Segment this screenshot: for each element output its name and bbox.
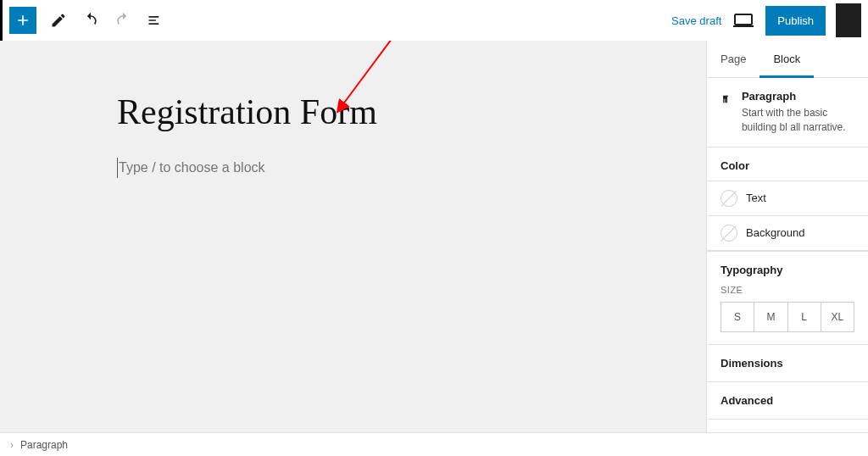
document-overview-button[interactable] xyxy=(140,5,170,36)
color-heading: Color xyxy=(721,159,854,172)
settings-sidebar: Page Block Paragraph Start with the basi… xyxy=(706,41,868,432)
redo-icon xyxy=(114,12,131,29)
save-draft-link[interactable]: Save draft xyxy=(671,14,721,27)
toolbar-left xyxy=(9,5,170,36)
paragraph-block-placeholder[interactable]: Type / to choose a block xyxy=(117,158,589,178)
paragraph-icon xyxy=(721,90,732,108)
block-info-panel: Paragraph Start with the basic building … xyxy=(707,78,868,147)
dimensions-panel-toggle[interactable]: Dimensions xyxy=(707,345,868,382)
tools-button[interactable] xyxy=(43,5,74,36)
block-breadcrumb: › Paragraph xyxy=(0,432,868,456)
size-m-button[interactable]: M xyxy=(754,303,787,331)
chevron-right-icon: › xyxy=(10,439,14,451)
toolbar-right: Save draft Publish xyxy=(671,3,861,37)
undo-button[interactable] xyxy=(75,5,106,36)
color-panel: Color Text Background xyxy=(707,147,868,252)
editor-top-bar: Save draft Publish xyxy=(0,0,868,41)
block-name-label: Paragraph xyxy=(742,90,854,103)
preview-button[interactable] xyxy=(732,12,755,29)
plus-icon xyxy=(14,12,31,29)
size-xl-button[interactable]: XL xyxy=(821,303,854,331)
size-button-group: S M L XL xyxy=(721,302,854,332)
background-color-button[interactable]: Background xyxy=(707,216,868,250)
publish-button[interactable]: Publish xyxy=(765,6,826,36)
advanced-panel-toggle[interactable]: Advanced xyxy=(707,382,868,420)
size-label: SIZE xyxy=(721,285,854,295)
redo-button[interactable] xyxy=(108,5,138,36)
device-icon xyxy=(733,13,754,28)
block-description: Start with the basic building bl all nar… xyxy=(742,106,854,135)
background-color-label: Background xyxy=(746,226,804,239)
text-color-button[interactable]: Text xyxy=(707,181,868,216)
list-icon xyxy=(147,12,164,29)
undo-icon xyxy=(82,12,99,29)
tab-block[interactable]: Block xyxy=(760,41,814,78)
add-block-button[interactable] xyxy=(9,7,36,34)
size-l-button[interactable]: L xyxy=(788,303,821,331)
size-s-button[interactable]: S xyxy=(721,303,754,331)
typography-heading: Typography xyxy=(721,264,854,276)
pencil-icon xyxy=(50,12,67,29)
page-title[interactable]: Registration Form xyxy=(117,92,589,132)
editor-canvas[interactable]: Registration Form Type / to choose a blo… xyxy=(0,41,706,432)
breadcrumb-item[interactable]: Paragraph xyxy=(20,439,68,451)
typography-panel: Typography SIZE S M L XL xyxy=(707,252,868,345)
main-area: Registration Form Type / to choose a blo… xyxy=(0,41,868,432)
settings-sidebar-toggle[interactable] xyxy=(836,3,861,37)
svg-rect-0 xyxy=(735,14,752,25)
sidebar-tabs: Page Block xyxy=(707,41,868,78)
empty-swatch-icon xyxy=(721,190,737,207)
empty-swatch-icon xyxy=(721,225,737,242)
tab-page[interactable]: Page xyxy=(707,41,760,77)
editor-content: Registration Form Type / to choose a blo… xyxy=(0,41,706,432)
text-color-label: Text xyxy=(746,192,766,204)
